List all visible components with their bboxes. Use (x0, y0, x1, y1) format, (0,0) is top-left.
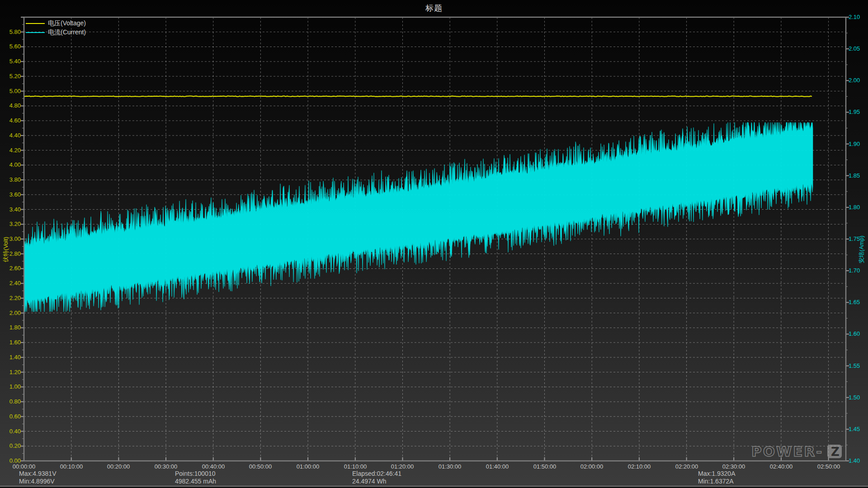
chart-canvas[interactable] (0, 0, 868, 488)
status-current-max: Max:1.9320A (698, 470, 736, 478)
legend-item-current[interactable]: 电流(Current) (26, 28, 86, 37)
status-voltage-max: Max:4.9381V (19, 470, 57, 478)
status-current-stats: Max:1.9320A Min:1.6372A (698, 470, 736, 485)
voltage-line-swatch (26, 23, 45, 24)
status-current-min: Min:1.6372A (698, 478, 736, 485)
status-voltage-stats: Max:4.9381V Min:4.8996V (19, 470, 57, 485)
status-elapsed: Elapsed:02:46:41 (352, 470, 401, 478)
legend-label-voltage: 电压(Voltage) (48, 19, 86, 28)
status-energy: 24.4974 Wh (352, 478, 401, 485)
status-bar: Max:4.9381V Min:4.8996V Points:100010 49… (0, 470, 868, 486)
legend-label-current: 电流(Current) (48, 28, 86, 37)
status-points-capacity: Points:100010 4982.455 mAh (175, 470, 216, 485)
status-voltage-min: Min:4.8996V (19, 478, 57, 485)
status-capacity: 4982.455 mAh (175, 478, 216, 485)
status-elapsed-energy: Elapsed:02:46:41 24.4974 Wh (352, 470, 401, 485)
legend-item-voltage[interactable]: 电压(Voltage) (26, 19, 86, 28)
legend: 电压(Voltage) 电流(Current) (26, 19, 86, 37)
status-points: Points:100010 (175, 470, 216, 478)
current-line-swatch (26, 32, 45, 33)
